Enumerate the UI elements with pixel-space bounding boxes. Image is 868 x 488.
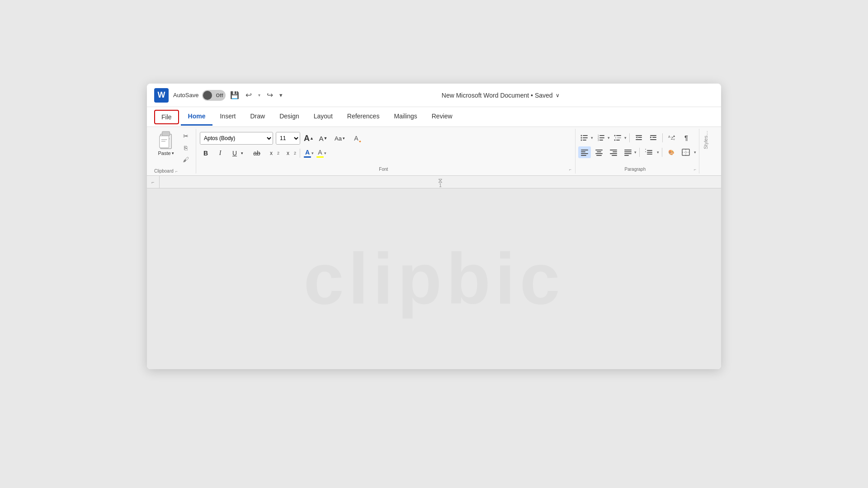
svg-rect-4 — [160, 136, 169, 148]
save-icon[interactable]: 💾 — [230, 91, 239, 99]
superscript-indicator: 2 — [294, 151, 296, 155]
italic-button[interactable]: I — [214, 147, 226, 159]
svg-rect-37 — [581, 150, 588, 150]
svg-rect-24 — [616, 140, 620, 141]
svg-rect-8 — [583, 135, 588, 136]
svg-rect-5 — [161, 139, 167, 140]
tab-references[interactable]: References — [340, 108, 387, 126]
tab-design[interactable]: Design — [272, 108, 307, 126]
highlight-color-button[interactable]: A ▾ — [316, 149, 326, 158]
sort-button[interactable]: AZ — [665, 132, 678, 144]
clipboard-small-buttons: ✂ ⎘ 🖌 — [178, 129, 192, 167]
line-spacing-button[interactable] — [642, 146, 655, 158]
shading-button[interactable]: 🎨 — [665, 146, 678, 158]
multilevel-list-dropdown[interactable]: ▾ — [624, 136, 627, 140]
svg-rect-1 — [162, 131, 170, 136]
paste-button[interactable]: Paste ▾ — [154, 129, 178, 167]
undo-arrow[interactable]: ▾ — [258, 93, 260, 98]
svg-rect-43 — [595, 153, 603, 154]
font-expander[interactable]: ⌐ — [569, 167, 571, 172]
underline-dropdown[interactable]: ▾ — [241, 147, 248, 159]
clipboard-group: Paste ▾ ✂ ⎘ 🖌 Clipboard ⌐ — [151, 129, 196, 174]
cut-button[interactable]: ✂ — [179, 131, 192, 141]
toggle-knob — [203, 91, 212, 100]
tab-review[interactable]: Review — [425, 108, 460, 126]
svg-rect-32 — [650, 139, 656, 140]
tab-file[interactable]: File — [154, 110, 179, 124]
subscript-button[interactable]: x — [265, 147, 277, 159]
autosave-label: AutoSave — [173, 92, 198, 99]
change-case-button[interactable]: Aa ▾ — [332, 132, 348, 144]
tab-mailings[interactable]: Mailings — [387, 108, 424, 126]
ruler-corner[interactable]: ⌐ — [147, 176, 160, 188]
undo-icon[interactable]: ↩ — [245, 90, 252, 100]
justify-button[interactable] — [622, 146, 634, 158]
bullet-list-button[interactable] — [578, 132, 591, 144]
borders-dropdown[interactable]: ▾ — [694, 150, 696, 155]
copy-button[interactable]: ⎘ — [179, 142, 192, 153]
align-right-button[interactable] — [607, 146, 620, 158]
font-row1: Aptos (Body) Arial Times New Roman Calib… — [200, 131, 362, 146]
document-area[interactable]: clipbic — [147, 188, 721, 369]
para-sep4 — [662, 148, 662, 157]
show-hide-button[interactable]: ¶ — [680, 132, 693, 144]
tab-home[interactable]: Home — [181, 108, 213, 126]
svg-rect-18 — [599, 140, 603, 141]
tab-layout[interactable]: Layout — [307, 108, 340, 126]
para-row1: ▾ 123 ▾ ▾ — [578, 131, 693, 145]
highlight-dropdown[interactable]: ▾ — [324, 151, 326, 155]
font-family-select[interactable]: Aptos (Body) Arial Times New Roman Calib… — [200, 132, 273, 144]
multilevel-list-button[interactable] — [612, 132, 624, 144]
underline-button[interactable]: U — [229, 147, 241, 159]
font-size-select[interactable]: 11 8 9 10 12 14 16 18 24 36 48 72 — [276, 132, 300, 144]
svg-rect-53 — [647, 150, 652, 151]
svg-rect-48 — [612, 155, 617, 156]
justify-dropdown[interactable]: ▾ — [634, 150, 637, 155]
bullet-list-dropdown[interactable]: ▾ — [591, 136, 593, 140]
title-chevron[interactable]: ∨ — [556, 92, 560, 99]
increase-indent-button[interactable] — [647, 132, 660, 144]
svg-rect-50 — [624, 151, 632, 152]
clipboard-expander[interactable]: ⌐ — [175, 169, 178, 174]
font-color-button[interactable]: A ▾ — [304, 149, 314, 158]
font-grow-button[interactable]: A▲ — [303, 132, 315, 144]
numbered-list-dropdown[interactable]: ▾ — [608, 136, 610, 140]
align-center-button[interactable] — [593, 146, 605, 158]
clear-formatting-button[interactable]: A ✦ — [350, 132, 362, 144]
paragraph-expander[interactable]: ⌐ — [694, 167, 696, 172]
autosave-toggle[interactable]: Off — [202, 90, 226, 101]
tab-draw[interactable]: Draw — [243, 108, 272, 126]
strikethrough-button[interactable]: ab — [251, 147, 263, 159]
superscript-button[interactable]: x — [282, 147, 294, 159]
svg-marker-35 — [673, 135, 675, 137]
font-color-dropdown[interactable]: ▾ — [311, 151, 314, 155]
svg-rect-47 — [610, 153, 617, 154]
align-left-button[interactable] — [578, 146, 591, 158]
svg-rect-54 — [647, 152, 652, 153]
svg-marker-30 — [650, 136, 652, 138]
decrease-indent-button[interactable] — [632, 132, 645, 144]
title-bar: W AutoSave Off 💾 ↩ ▾ ↪ ▾ New Microsoft W… — [147, 84, 721, 107]
customize-qat-icon[interactable]: ▾ — [279, 92, 283, 99]
ruler: ⌐ ⧖ 1 — [147, 176, 721, 188]
para-sep3 — [639, 148, 640, 157]
svg-text:Z: Z — [671, 136, 674, 141]
font-shrink-button[interactable]: A▼ — [317, 132, 329, 144]
svg-rect-42 — [597, 151, 601, 152]
svg-rect-28 — [636, 139, 642, 140]
borders-button[interactable] — [679, 146, 692, 158]
paste-icon — [158, 131, 174, 150]
numbered-list-button[interactable]: 123 — [595, 132, 608, 144]
svg-rect-46 — [613, 151, 617, 152]
font-separator — [300, 149, 300, 158]
svg-rect-25 — [636, 135, 642, 136]
paragraph-group: ▾ 123 ▾ ▾ — [576, 129, 699, 174]
svg-rect-49 — [624, 150, 632, 150]
svg-marker-57 — [645, 151, 646, 152]
bold-button[interactable]: B — [200, 147, 212, 159]
para-row2: ▾ ▾ 🎨 ▾ — [578, 145, 696, 160]
tab-insert[interactable]: Insert — [212, 108, 243, 126]
format-painter-button[interactable]: 🖌 — [179, 154, 192, 165]
redo-icon[interactable]: ↪ — [267, 90, 273, 100]
line-spacing-dropdown[interactable]: ▾ — [657, 150, 659, 155]
